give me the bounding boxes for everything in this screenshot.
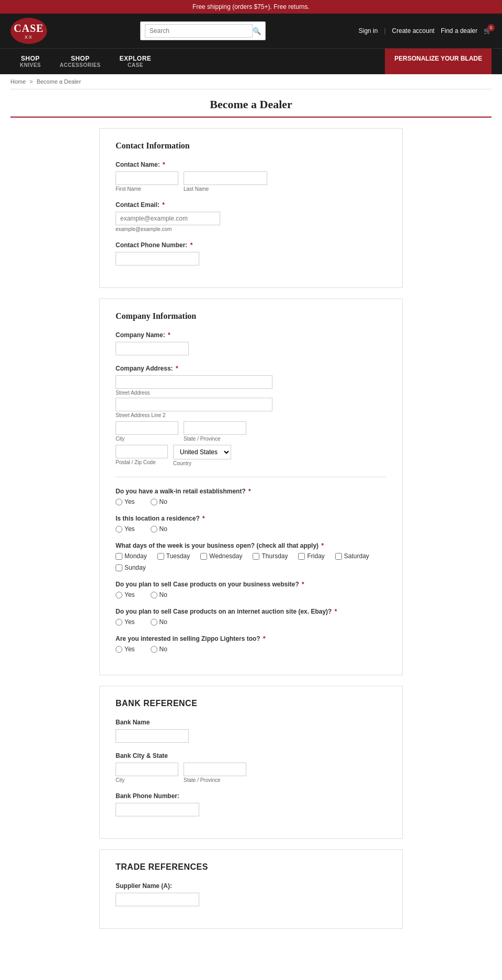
- day-friday-checkbox[interactable]: [298, 553, 305, 560]
- residence-group: Is this location a residence? * Yes No: [116, 515, 386, 533]
- cart-icon-wrapper[interactable]: 🛒 0: [484, 27, 492, 34]
- state-input[interactable]: [184, 421, 246, 435]
- residence-yes-radio[interactable]: [116, 526, 122, 533]
- sell-auction-group: Do you plan to sell Case products on an …: [116, 608, 386, 626]
- company-name-label: Company Name: *: [116, 331, 386, 339]
- zip-input[interactable]: [116, 445, 168, 458]
- company-name-input[interactable]: [116, 342, 189, 355]
- zippo-group: Are you interested in selling Zippo Ligh…: [116, 635, 386, 653]
- sell-auction-no-radio[interactable]: [151, 619, 157, 626]
- residence-no[interactable]: No: [151, 525, 167, 533]
- day-friday[interactable]: Friday: [298, 552, 324, 560]
- bank-state-sub: State / Province: [184, 777, 246, 783]
- day-thursday-checkbox[interactable]: [253, 553, 259, 560]
- sell-auction-no[interactable]: No: [151, 618, 167, 626]
- day-sunday[interactable]: Sunday: [116, 564, 146, 571]
- cart-badge: 0: [487, 24, 495, 31]
- day-wednesday-checkbox[interactable]: [200, 553, 207, 560]
- company-name-group: Company Name: *: [116, 331, 386, 355]
- trade-section-title: TRADE REFERENCES: [116, 862, 386, 872]
- header: CASE XX 🔍 Sign in | Create account Find …: [0, 14, 502, 48]
- trade-references-section: TRADE REFERENCES Supplier Name (A):: [99, 849, 403, 929]
- find-dealer-link[interactable]: Find a dealer: [441, 27, 477, 34]
- nav-shop-accessories[interactable]: SHOP ACCESSORIES: [50, 49, 110, 74]
- first-name-label: First Name: [116, 186, 178, 192]
- nav-explore-case[interactable]: EXPLORE CASE: [110, 49, 161, 74]
- street-address2-label: Street Address Line 2: [116, 412, 386, 418]
- page-title-wrapper: Become a Dealer: [10, 89, 492, 118]
- walk-in-no-radio[interactable]: [151, 499, 157, 505]
- form-outer: Contact Information Contact Name: * Firs…: [89, 128, 413, 929]
- bank-state-input[interactable]: [184, 763, 246, 776]
- street-address-label: Street Address: [116, 390, 386, 396]
- contact-name-label: Contact Name: *: [116, 161, 386, 168]
- bank-city-state-label: Bank City & State: [116, 752, 386, 759]
- zippo-question: Are you interested in selling Zippo Ligh…: [116, 635, 386, 642]
- day-saturday[interactable]: Saturday: [335, 552, 369, 560]
- contact-phone-input[interactable]: [116, 252, 199, 266]
- sell-auction-yes-radio[interactable]: [116, 619, 122, 626]
- search-icon: 🔍: [253, 27, 261, 35]
- day-wednesday[interactable]: Wednesday: [200, 552, 242, 560]
- contact-email-group: Contact Email: * example@example.com: [116, 201, 386, 232]
- day-saturday-checkbox[interactable]: [335, 553, 342, 560]
- top-banner: Free shipping (orders $75+). Free return…: [0, 0, 502, 14]
- contact-email-input[interactable]: [116, 212, 220, 225]
- zippo-no-radio[interactable]: [151, 646, 157, 653]
- supplier-a-input[interactable]: [116, 893, 199, 906]
- business-days-group: What days of the week is your business o…: [116, 542, 386, 571]
- state-label: State / Province: [184, 436, 246, 442]
- search-area: 🔍: [58, 21, 348, 40]
- contact-section-title: Contact Information: [116, 141, 386, 151]
- company-information-section: Company Information Company Name: * Comp…: [99, 298, 403, 675]
- breadcrumb-current: Become a Dealer: [37, 78, 81, 85]
- walk-in-no[interactable]: No: [151, 498, 167, 505]
- sell-website-no[interactable]: No: [151, 591, 167, 598]
- sell-website-yes-radio[interactable]: [116, 592, 122, 598]
- sell-website-group: Do you plan to sell Case products on you…: [116, 581, 386, 598]
- contact-information-section: Contact Information Contact Name: * Firs…: [99, 128, 403, 288]
- bank-reference-section: BANK REFERENCE Bank Name Bank City & Sta…: [99, 686, 403, 839]
- search-input[interactable]: [145, 24, 253, 38]
- sell-website-yes[interactable]: Yes: [116, 591, 135, 598]
- contact-phone-label: Contact Phone Number: *: [116, 241, 386, 249]
- contact-name-group: Contact Name: * First Name Last Name: [116, 161, 386, 192]
- sell-website-no-radio[interactable]: [151, 592, 157, 598]
- walk-in-yes-radio[interactable]: [116, 499, 122, 505]
- day-thursday[interactable]: Thursday: [253, 552, 288, 560]
- nav-shop-knives[interactable]: SHOP KNIVES: [10, 49, 50, 74]
- sign-in-link[interactable]: Sign in: [359, 27, 378, 34]
- walk-in-yes[interactable]: Yes: [116, 498, 135, 505]
- country-select[interactable]: United States Canada Other: [173, 445, 231, 459]
- street-address-input[interactable]: [116, 375, 272, 389]
- zippo-no[interactable]: No: [151, 645, 167, 653]
- nav-personalize[interactable]: PERSONALIZE YOUR BLADE: [385, 49, 492, 74]
- day-monday[interactable]: Monday: [116, 552, 147, 560]
- walk-in-question: Do you have a walk-in retail establishme…: [116, 488, 386, 495]
- zippo-yes[interactable]: Yes: [116, 645, 135, 653]
- day-tuesday[interactable]: Tuesday: [157, 552, 190, 560]
- bank-name-input[interactable]: [116, 729, 189, 743]
- day-sunday-checkbox[interactable]: [116, 564, 122, 571]
- day-monday-checkbox[interactable]: [116, 553, 122, 560]
- last-name-input[interactable]: [184, 171, 267, 185]
- bank-phone-input[interactable]: [116, 803, 199, 816]
- breadcrumb-home[interactable]: Home: [10, 78, 26, 85]
- residence-yes[interactable]: Yes: [116, 525, 135, 533]
- logo[interactable]: CASE XX: [10, 18, 47, 44]
- first-name-input[interactable]: [116, 171, 178, 185]
- city-input[interactable]: [116, 421, 178, 435]
- street-address2-input[interactable]: [116, 398, 272, 411]
- sell-auction-yes[interactable]: Yes: [116, 618, 135, 626]
- zippo-yes-radio[interactable]: [116, 646, 122, 653]
- page-title: Become a Dealer: [10, 98, 492, 111]
- nav-bar: SHOP KNIVES SHOP ACCESSORIES EXPLORE CAS…: [0, 48, 502, 74]
- walk-in-group: Do you have a walk-in retail establishme…: [116, 488, 386, 505]
- bank-city-state-group: Bank City & State City State / Province: [116, 752, 386, 783]
- day-tuesday-checkbox[interactable]: [157, 553, 164, 560]
- residence-no-radio[interactable]: [151, 526, 157, 533]
- bank-name-group: Bank Name: [116, 719, 386, 743]
- create-account-link[interactable]: Create account: [392, 27, 435, 34]
- bank-city-input[interactable]: [116, 763, 178, 776]
- city-label: City: [116, 436, 178, 442]
